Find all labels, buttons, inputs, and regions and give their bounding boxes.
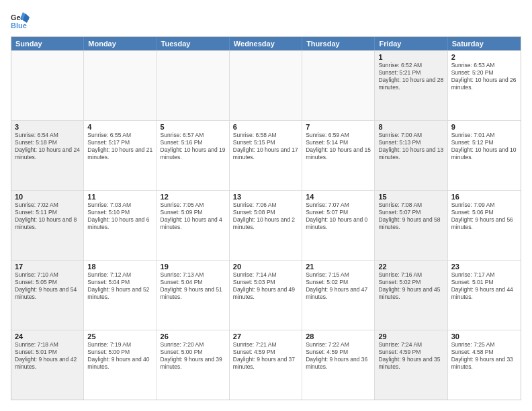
week-row-5: 24Sunrise: 7:18 AM Sunset: 5:01 PM Dayli… xyxy=(11,330,521,400)
cal-cell: 9Sunrise: 7:01 AM Sunset: 5:12 PM Daylig… xyxy=(448,121,521,190)
week-row-2: 3Sunrise: 6:54 AM Sunset: 5:18 PM Daylig… xyxy=(11,120,521,190)
day-number: 15 xyxy=(378,193,443,201)
cal-cell: 14Sunrise: 7:07 AM Sunset: 5:07 PM Dayli… xyxy=(302,191,375,260)
week-row-4: 17Sunrise: 7:10 AM Sunset: 5:05 PM Dayli… xyxy=(11,260,521,330)
day-number: 30 xyxy=(451,332,517,340)
day-info: Sunrise: 7:13 AM Sunset: 5:04 PM Dayligh… xyxy=(161,271,226,301)
cal-cell: 2Sunrise: 6:53 AM Sunset: 5:20 PM Daylig… xyxy=(448,51,521,120)
day-number: 25 xyxy=(87,332,152,340)
calendar-header: SundayMondayTuesdayWednesdayThursdayFrid… xyxy=(11,37,521,50)
day-number: 6 xyxy=(233,123,298,131)
day-info: Sunrise: 7:16 AM Sunset: 5:02 PM Dayligh… xyxy=(378,271,443,301)
cal-cell: 26Sunrise: 7:20 AM Sunset: 5:00 PM Dayli… xyxy=(157,330,230,400)
day-info: Sunrise: 6:52 AM Sunset: 5:21 PM Dayligh… xyxy=(378,62,443,91)
day-info: Sunrise: 6:59 AM Sunset: 5:14 PM Dayligh… xyxy=(306,132,371,161)
cal-cell: 24Sunrise: 7:18 AM Sunset: 5:01 PM Dayli… xyxy=(11,330,84,400)
week-row-3: 10Sunrise: 7:02 AM Sunset: 5:11 PM Dayli… xyxy=(11,190,521,260)
cal-cell xyxy=(11,51,84,120)
header-day-tuesday: Tuesday xyxy=(157,37,230,50)
day-number: 23 xyxy=(451,263,517,271)
day-number: 19 xyxy=(161,263,226,271)
day-number: 9 xyxy=(451,123,517,131)
header-day-friday: Friday xyxy=(375,37,447,50)
day-info: Sunrise: 6:53 AM Sunset: 5:20 PM Dayligh… xyxy=(451,62,517,91)
day-info: Sunrise: 7:14 AM Sunset: 5:03 PM Dayligh… xyxy=(233,271,298,301)
day-number: 17 xyxy=(15,263,80,271)
cal-cell: 6Sunrise: 6:58 AM Sunset: 5:15 PM Daylig… xyxy=(230,121,302,190)
cal-cell: 10Sunrise: 7:02 AM Sunset: 5:11 PM Dayli… xyxy=(11,191,84,260)
cal-cell: 11Sunrise: 7:03 AM Sunset: 5:10 PM Dayli… xyxy=(84,191,157,260)
day-info: Sunrise: 7:25 AM Sunset: 4:58 PM Dayligh… xyxy=(451,341,517,371)
cal-cell xyxy=(230,51,302,120)
day-info: Sunrise: 7:02 AM Sunset: 5:11 PM Dayligh… xyxy=(15,201,80,231)
day-info: Sunrise: 7:05 AM Sunset: 5:09 PM Dayligh… xyxy=(161,201,226,231)
cal-cell: 19Sunrise: 7:13 AM Sunset: 5:04 PM Dayli… xyxy=(157,261,230,330)
header-day-wednesday: Wednesday xyxy=(230,37,302,50)
header-day-monday: Monday xyxy=(84,37,157,50)
cal-cell: 22Sunrise: 7:16 AM Sunset: 5:02 PM Dayli… xyxy=(375,261,447,330)
logo-icon: General Blue xyxy=(11,11,30,30)
day-info: Sunrise: 7:12 AM Sunset: 5:04 PM Dayligh… xyxy=(87,271,152,301)
day-info: Sunrise: 7:21 AM Sunset: 4:59 PM Dayligh… xyxy=(233,341,298,371)
svg-text:Blue: Blue xyxy=(11,21,27,30)
day-info: Sunrise: 7:24 AM Sunset: 4:59 PM Dayligh… xyxy=(378,341,443,371)
day-info: Sunrise: 7:10 AM Sunset: 5:05 PM Dayligh… xyxy=(15,271,80,301)
cal-cell: 15Sunrise: 7:08 AM Sunset: 5:07 PM Dayli… xyxy=(375,191,447,260)
cal-cell: 25Sunrise: 7:19 AM Sunset: 5:00 PM Dayli… xyxy=(84,330,157,400)
day-info: Sunrise: 7:19 AM Sunset: 5:00 PM Dayligh… xyxy=(87,341,152,371)
day-info: Sunrise: 6:54 AM Sunset: 5:18 PM Dayligh… xyxy=(15,132,80,161)
day-number: 13 xyxy=(233,193,298,201)
day-info: Sunrise: 7:20 AM Sunset: 5:00 PM Dayligh… xyxy=(161,341,226,371)
cal-cell: 8Sunrise: 7:00 AM Sunset: 5:13 PM Daylig… xyxy=(375,121,447,190)
cal-cell: 5Sunrise: 6:57 AM Sunset: 5:16 PM Daylig… xyxy=(157,121,230,190)
day-number: 14 xyxy=(306,193,371,201)
day-number: 5 xyxy=(161,123,226,131)
cal-cell: 20Sunrise: 7:14 AM Sunset: 5:03 PM Dayli… xyxy=(230,261,302,330)
calendar: SundayMondayTuesdayWednesdayThursdayFrid… xyxy=(11,36,521,400)
cal-cell: 27Sunrise: 7:21 AM Sunset: 4:59 PM Dayli… xyxy=(230,330,302,400)
cal-cell: 12Sunrise: 7:05 AM Sunset: 5:09 PM Dayli… xyxy=(157,191,230,260)
day-info: Sunrise: 7:22 AM Sunset: 4:59 PM Dayligh… xyxy=(306,341,371,371)
day-number: 3 xyxy=(15,123,80,131)
day-info: Sunrise: 6:58 AM Sunset: 5:15 PM Dayligh… xyxy=(233,132,298,161)
day-info: Sunrise: 7:17 AM Sunset: 5:01 PM Dayligh… xyxy=(451,271,517,301)
cal-cell xyxy=(302,51,375,120)
day-number: 4 xyxy=(87,123,152,131)
cal-cell xyxy=(84,51,157,120)
day-info: Sunrise: 6:57 AM Sunset: 5:16 PM Dayligh… xyxy=(161,132,226,161)
cal-cell: 28Sunrise: 7:22 AM Sunset: 4:59 PM Dayli… xyxy=(302,330,375,400)
day-number: 1 xyxy=(378,53,443,61)
day-number: 21 xyxy=(306,263,371,271)
day-number: 10 xyxy=(15,193,80,201)
cal-cell: 3Sunrise: 6:54 AM Sunset: 5:18 PM Daylig… xyxy=(11,121,84,190)
cal-cell: 23Sunrise: 7:17 AM Sunset: 5:01 PM Dayli… xyxy=(448,261,521,330)
header: General Blue xyxy=(11,11,521,30)
day-number: 16 xyxy=(451,193,517,201)
day-number: 28 xyxy=(306,332,371,340)
week-row-1: 1Sunrise: 6:52 AM Sunset: 5:21 PM Daylig… xyxy=(11,50,521,120)
header-day-thursday: Thursday xyxy=(302,37,375,50)
cal-cell: 30Sunrise: 7:25 AM Sunset: 4:58 PM Dayli… xyxy=(448,330,521,400)
cal-cell: 13Sunrise: 7:06 AM Sunset: 5:08 PM Dayli… xyxy=(230,191,302,260)
day-info: Sunrise: 7:01 AM Sunset: 5:12 PM Dayligh… xyxy=(451,132,517,161)
day-info: Sunrise: 7:03 AM Sunset: 5:10 PM Dayligh… xyxy=(87,201,152,231)
cal-cell xyxy=(157,51,230,120)
day-info: Sunrise: 7:15 AM Sunset: 5:02 PM Dayligh… xyxy=(306,271,371,301)
day-info: Sunrise: 7:08 AM Sunset: 5:07 PM Dayligh… xyxy=(378,201,443,231)
day-info: Sunrise: 6:55 AM Sunset: 5:17 PM Dayligh… xyxy=(87,132,152,161)
day-number: 7 xyxy=(306,123,371,131)
cal-cell: 21Sunrise: 7:15 AM Sunset: 5:02 PM Dayli… xyxy=(302,261,375,330)
logo: General Blue xyxy=(11,11,32,30)
day-number: 22 xyxy=(378,263,443,271)
cal-cell: 1Sunrise: 6:52 AM Sunset: 5:21 PM Daylig… xyxy=(375,51,447,120)
cal-cell: 29Sunrise: 7:24 AM Sunset: 4:59 PM Dayli… xyxy=(375,330,447,400)
day-info: Sunrise: 7:06 AM Sunset: 5:08 PM Dayligh… xyxy=(233,201,298,231)
day-number: 24 xyxy=(15,332,80,340)
day-number: 2 xyxy=(451,53,517,61)
day-number: 8 xyxy=(378,123,443,131)
day-number: 11 xyxy=(87,193,152,201)
header-day-sunday: Sunday xyxy=(11,37,84,50)
cal-cell: 17Sunrise: 7:10 AM Sunset: 5:05 PM Dayli… xyxy=(11,261,84,330)
calendar-body: 1Sunrise: 6:52 AM Sunset: 5:21 PM Daylig… xyxy=(11,50,521,400)
day-number: 29 xyxy=(378,332,443,340)
